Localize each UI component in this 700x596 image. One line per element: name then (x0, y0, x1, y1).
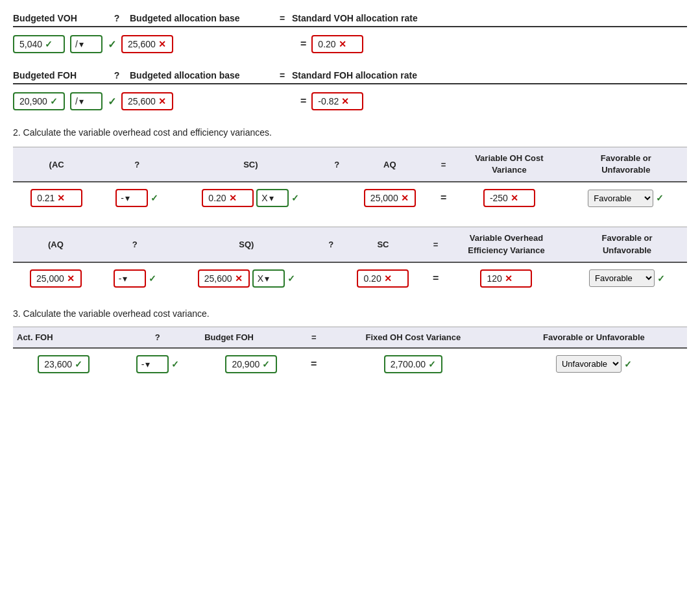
cv-fav-select[interactable]: Favorable Unfavorable (588, 190, 653, 207)
cv-ac-val: 0.21 (37, 193, 54, 203)
cv-aqi-box: 25,000 ✕ (364, 189, 416, 207)
cv-sc-x[interactable]: ✕ (229, 193, 237, 203)
ev-sq-val: 25,600 (204, 273, 232, 284)
section3-title-wrap: 3. Calculate the variable overhead cost … (13, 308, 687, 319)
cv-fav-group: Favorable Unfavorable ✓ (588, 190, 664, 207)
ev-result-box: 120 ✕ (480, 269, 532, 288)
foh-value1: 20,900 (19, 96, 47, 106)
ev-sq-box: 25,600 ✕ (198, 269, 250, 288)
foh-col5-label: Standard FOH allocation rate (292, 70, 417, 81)
voh-value1-box: 5,040 ✓ (13, 35, 65, 53)
cv-th-q2: ? (328, 147, 346, 182)
voh-header: Budgeted VOH ? Budgeted allocation base … (13, 13, 687, 27)
ev-td-eq: = (426, 262, 446, 294)
cv-sc-op-val: X (261, 193, 267, 203)
foh-fav-select[interactable]: Unfavorable Favorable (556, 355, 622, 373)
cv-td-aqi: 25,000 ✕ (346, 182, 433, 214)
foh-value1-box: 20,900 ✓ (13, 92, 65, 110)
foh-result-box: 2,700.00 ✓ (384, 355, 443, 373)
cv-ac-group: 0.21 ✕ (30, 189, 82, 207)
foh-budget-check: ✓ (262, 359, 270, 369)
cv-result-val: -250 (490, 193, 508, 203)
cv-sc-box: 0.20 ✕ (202, 189, 254, 207)
voh-operator-select[interactable]: / ▾ (70, 35, 103, 53)
ev-sq-op-val: X (258, 273, 263, 284)
voh-value2: 25,600 (128, 39, 156, 49)
ev-result-x[interactable]: ✕ (505, 273, 513, 284)
foh-value2: 25,600 (128, 96, 156, 106)
ev-td-result: 120 ✕ (446, 262, 567, 294)
foh-td-eq: = (302, 348, 326, 380)
foh-op-select[interactable]: - ▾ (136, 355, 169, 373)
section2-title-wrap: 2. Calculate the variable overhead cost … (13, 127, 687, 138)
cv-td-fav: Favorable Unfavorable ✓ (565, 182, 687, 214)
voh-question: ? (104, 13, 130, 23)
ev-data-row: 25,000 ✕ - ▾ ✓ 25,600 ✕ (13, 262, 687, 294)
cv-result-x[interactable]: ✕ (511, 193, 518, 203)
foh-check1: ✓ (50, 96, 58, 106)
cost-variance-header-row: (AC ? SC) ? AQ = Variable OH CostVarianc… (13, 147, 687, 182)
voh-x2[interactable]: ✕ (158, 39, 166, 49)
cv-ac-x[interactable]: ✕ (57, 193, 65, 203)
cv-th-q1: ? (100, 147, 174, 182)
ev-td-fav: Favorable Unfavorable ✓ (567, 262, 687, 294)
cv-td-ac: 0.21 ✕ (13, 182, 100, 214)
voh-value1: 5,040 (19, 39, 42, 49)
cv-sc-group: 0.20 ✕ X ▾ ✓ (202, 189, 299, 207)
ev-th-q1: ? (99, 227, 171, 262)
cv-sc-op-select[interactable]: X ▾ (256, 189, 289, 207)
foh-fav-group: Unfavorable Favorable ✓ (556, 355, 632, 373)
cv-th-sc: SC) (174, 147, 327, 182)
foh-value3-box: -0.82 ✕ (311, 92, 363, 110)
foh-th-favunfav: Favorable or Unfavorable (501, 327, 687, 348)
foh-td-op: - ▾ ✓ (114, 348, 200, 380)
voh-op-check: ✓ (108, 38, 116, 51)
foh-top-section: Budgeted FOH ? Budgeted allocation base … (13, 70, 687, 114)
cv-op-check: ✓ (151, 193, 158, 203)
foh-operator-val: / (75, 96, 78, 106)
foh-operator-select[interactable]: / ▾ (70, 92, 103, 110)
ev-op-group: - ▾ ✓ (114, 269, 156, 288)
ev-td-op: - ▾ ✓ (99, 262, 171, 294)
foh-bottom-data-row: 23,600 ✓ - ▾ ✓ 20,900 ✓ (13, 348, 687, 380)
ev-sq-x[interactable]: ✕ (235, 273, 243, 284)
foh-td-act: 23,600 ✓ (13, 348, 114, 380)
voh-eq: = (272, 13, 292, 23)
voh-value3: 0.20 (318, 39, 335, 49)
ev-aq-x[interactable]: ✕ (67, 273, 75, 284)
foh-x2[interactable]: ✕ (158, 96, 166, 106)
cv-td-result: -250 ✕ (453, 182, 564, 214)
ev-fav-select[interactable]: Favorable Unfavorable (589, 269, 655, 287)
foh-budget-val: 20,900 (232, 359, 259, 369)
cost-variance-table: (AC ? SC) ? AQ = Variable OH CostVarianc… (13, 147, 687, 214)
ev-op-chevron: ▾ (123, 273, 127, 284)
cv-sc-op-chevron: ▾ (269, 193, 274, 203)
voh-section: Budgeted VOH ? Budgeted allocation base … (13, 13, 687, 57)
foh-op-group: - ▾ ✓ (136, 355, 179, 373)
cv-aqi-x[interactable]: ✕ (401, 193, 409, 203)
ev-result-val: 120 (487, 273, 501, 284)
voh-data-row: 5,040 ✓ / ▾ ✓ 25,600 ✕ = 0.20 ✕ (13, 31, 687, 57)
foh-op-check: ✓ (171, 359, 179, 369)
voh-x3[interactable]: ✕ (339, 39, 346, 49)
ev-td-q2 (322, 262, 341, 294)
foh-value3: -0.82 (318, 96, 339, 106)
ev-sc-x[interactable]: ✕ (384, 273, 392, 284)
ev-op-select[interactable]: - ▾ (114, 269, 146, 288)
foh-eq: = (272, 70, 292, 81)
ev-sq-op-select[interactable]: X ▾ (252, 269, 285, 288)
ev-fav-group: Favorable Unfavorable ✓ (589, 269, 665, 287)
ev-th-variance: Variable OverheadEfficiency Variance (446, 227, 567, 262)
ev-th-sq: SQ) (171, 227, 322, 262)
foh-op-check: ✓ (108, 95, 116, 108)
cv-td-sc: 0.20 ✕ X ▾ ✓ (174, 182, 327, 214)
foh-x3[interactable]: ✕ (341, 96, 349, 106)
foh-th-variance: Fixed OH Cost Variance (326, 327, 501, 348)
voh-operator-val: / (75, 39, 78, 49)
cv-op-select[interactable]: - ▾ (115, 189, 148, 207)
ev-op-check: ✓ (149, 273, 156, 284)
ev-aq-box: 25,000 ✕ (30, 269, 82, 288)
cv-td-q2 (328, 182, 346, 214)
foh-col3-label: Budgeted allocation base (130, 70, 272, 81)
ev-sq-check: ✓ (287, 273, 295, 284)
